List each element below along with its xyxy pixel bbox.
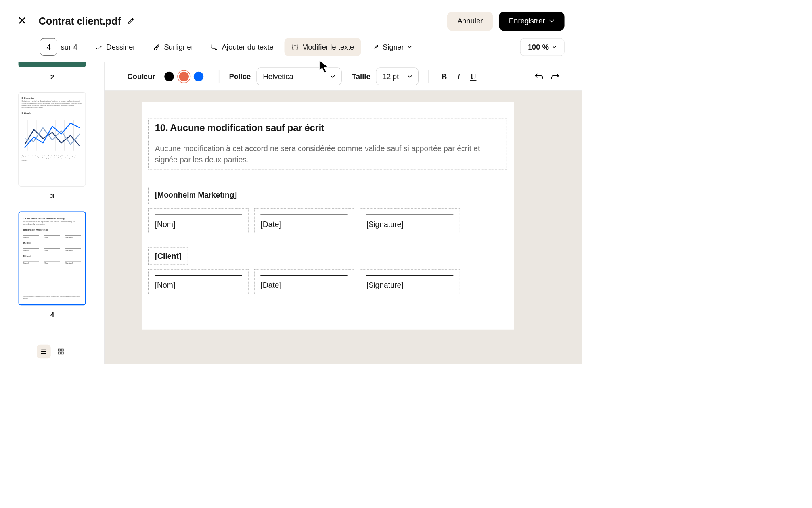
sign-icon	[372, 43, 379, 51]
thumb4-p1: No modification on this agreement shall …	[23, 221, 81, 225]
font-value: Helvetica	[263, 72, 293, 81]
thumb4-footer: No modification on this agreement shall …	[23, 296, 81, 299]
title-group: Contrat client.pdf	[38, 15, 134, 27]
close-button[interactable]	[17, 15, 27, 27]
page-input-group: sur 4	[40, 38, 77, 56]
pdf-page: 10. Aucune modification sauf par écrit A…	[142, 102, 514, 329]
separator	[428, 70, 429, 83]
color-swatches	[164, 71, 203, 81]
redo-icon	[551, 73, 559, 79]
grid-view-button[interactable]	[54, 345, 67, 358]
thumbnail-sidebar: 2 8. Statistics Statistics is the study …	[0, 62, 105, 364]
tool-highlight[interactable]: Surligner	[146, 38, 200, 56]
text-block-title[interactable]: 10. Aucune modification sauf par écrit	[148, 119, 507, 137]
undo-button[interactable]	[535, 73, 544, 80]
underline-button[interactable]: U	[470, 71, 477, 81]
thumb4-heading: 10. No Modifications Unless in Writing	[23, 217, 81, 220]
font-selector[interactable]: Helvetica	[257, 68, 342, 85]
color-black[interactable]	[164, 71, 174, 81]
app-header: Contrat client.pdf Annuler Enregistrer	[0, 0, 582, 34]
tool-add-text[interactable]: Ajouter du texte	[204, 38, 280, 56]
thumb3-heading-1: 8. Statistics	[21, 97, 82, 100]
sig-field-signature[interactable]: [Signature]	[360, 208, 460, 233]
color-orange[interactable]	[179, 71, 189, 81]
chevron-down-icon	[408, 75, 412, 78]
thumbnail-number: 4	[50, 311, 54, 319]
tool-add-text-label: Ajouter du texte	[222, 42, 274, 51]
thumbnail-number: 3	[50, 192, 54, 200]
svg-rect-10	[58, 352, 60, 354]
svg-rect-11	[61, 352, 63, 354]
thumb4-party2: [Client]	[23, 242, 81, 244]
highlight-icon	[153, 43, 161, 51]
thumbnail-page-3[interactable]: 8. Statistics Statistics is the study an…	[19, 92, 86, 187]
redo-button[interactable]	[551, 73, 559, 80]
text-block-party2[interactable]: [Client]	[148, 247, 188, 265]
separator	[219, 70, 219, 83]
thumb3-heading-2: 9. Graph	[21, 112, 82, 115]
sig-field-name[interactable]: [Nom]	[148, 208, 248, 233]
list-view-button[interactable]	[37, 345, 50, 358]
text-block-party1[interactable]: [Moonhelm Marketing]	[148, 187, 243, 204]
rename-button[interactable]	[127, 17, 134, 25]
color-label: Couleur	[127, 72, 155, 81]
svg-rect-8	[58, 349, 60, 351]
section-title: 10. Aucune modification sauf par écrit	[155, 122, 501, 133]
zoom-selector[interactable]: 100 %	[520, 38, 565, 56]
svg-rect-9	[61, 349, 63, 351]
format-toolbar: Couleur Police Helvetica Taille 12 pt B …	[105, 62, 582, 91]
content-area: Couleur Police Helvetica Taille 12 pt B …	[105, 62, 582, 364]
text-block-body[interactable]: Aucune modification à cet accord ne sera…	[148, 137, 507, 169]
sig-field-date[interactable]: [Date]	[254, 269, 354, 294]
size-value: 12 pt	[383, 72, 399, 81]
tool-edit-text-label: Modifier le texte	[302, 42, 354, 51]
save-button[interactable]: Enregistrer	[499, 12, 565, 31]
save-button-label: Enregistrer	[509, 17, 545, 25]
chevron-down-icon	[331, 75, 335, 78]
tool-draw-label: Dessiner	[106, 42, 136, 51]
chevron-down-icon	[549, 19, 554, 23]
font-label: Police	[229, 72, 251, 81]
tool-sign[interactable]: Signer	[365, 38, 419, 56]
page-total-label: sur 4	[61, 42, 77, 51]
header-left: Contrat client.pdf	[17, 15, 134, 27]
cancel-button[interactable]: Annuler	[447, 12, 493, 31]
section-body: Aucune modification à cet accord ne sera…	[155, 142, 501, 165]
italic-button[interactable]: I	[457, 71, 460, 81]
tool-draw[interactable]: Dessiner	[89, 38, 142, 56]
color-blue[interactable]	[194, 71, 203, 81]
header-right: Annuler Enregistrer	[447, 12, 565, 31]
add-text-icon	[211, 43, 218, 51]
tool-highlight-label: Surligner	[164, 42, 193, 51]
zoom-value: 100 %	[528, 42, 549, 51]
sig-field-name[interactable]: [Nom]	[148, 269, 248, 294]
thumb3-p1: Statistics is the study and application …	[21, 100, 82, 109]
bold-button[interactable]: B	[441, 71, 447, 81]
size-label: Taille	[352, 72, 370, 81]
size-selector[interactable]: 12 pt	[376, 68, 419, 85]
edit-text-icon	[291, 43, 299, 51]
main-toolbar: sur 4 Dessiner Surligner Ajouter du text…	[0, 34, 582, 60]
party-2-name: [Client]	[155, 252, 182, 260]
thumb3-p2: A graph is a visual representation of da…	[21, 155, 82, 162]
signature-row-1: [Nom] [Date] [Signature]	[148, 208, 507, 233]
sig-field-signature[interactable]: [Signature]	[360, 269, 460, 294]
document-canvas[interactable]: 10. Aucune modification sauf par écrit A…	[105, 91, 582, 364]
chevron-down-icon	[407, 46, 412, 48]
undo-redo-group	[535, 73, 559, 80]
draw-icon	[96, 43, 103, 51]
thumbnail-page-2[interactable]	[19, 62, 86, 67]
thumbnail-page-4[interactable]: 10. No Modifications Unless in Writing N…	[19, 212, 86, 306]
tool-edit-text[interactable]: Modifier le texte	[284, 38, 361, 56]
main-area: 2 8. Statistics Statistics is the study …	[0, 62, 582, 364]
sig-field-date[interactable]: [Date]	[254, 208, 354, 233]
close-icon	[17, 16, 27, 25]
thumb4-party2b: [Client]	[23, 255, 81, 258]
party-1-name: [Moonhelm Marketing]	[155, 191, 237, 200]
thumbnail-strip: 2 8. Statistics Statistics is the study …	[17, 62, 87, 330]
text-style-group: B I U	[441, 71, 477, 81]
thumbnail-number: 2	[50, 73, 54, 81]
chevron-down-icon	[552, 46, 557, 48]
page-number-input[interactable]	[40, 38, 57, 56]
list-icon	[40, 348, 47, 355]
